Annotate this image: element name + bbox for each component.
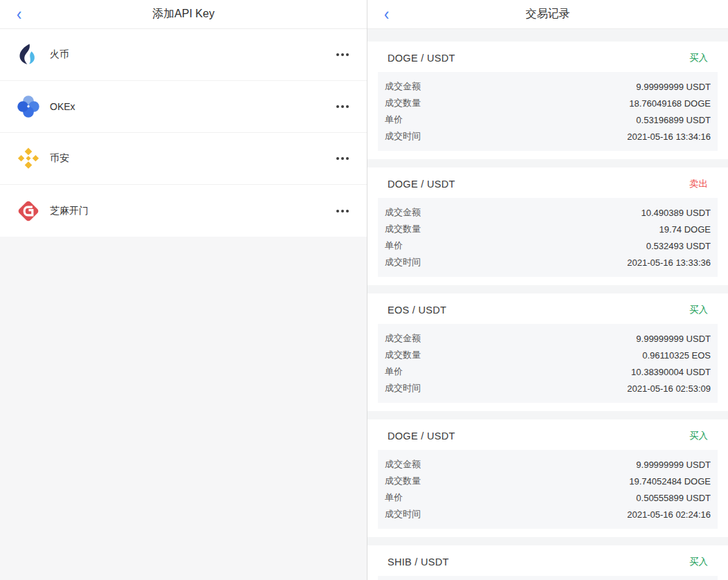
detail-value: 9.99999999 USDT (636, 460, 711, 470)
back-button[interactable]: ‹ (380, 0, 393, 28)
detail-row-price: 单价 0.53196899 USDT (385, 111, 711, 128)
detail-row-price: 单价 0.532493 USDT (385, 237, 711, 254)
detail-row-amount: 成交金额 10.490389 USDT (385, 204, 711, 221)
trade-card-header: DOGE / USDT 卖出 (378, 177, 718, 191)
trade-records-panel: ‹ 交易记录 DOGE / USDT 买入 成交金额 9.99999999 US… (367, 0, 728, 580)
more-menu-icon[interactable] (335, 48, 350, 62)
trade-side-badge: 买入 (689, 430, 708, 442)
detail-label: 成交金额 (385, 458, 421, 471)
detail-label: 单价 (385, 239, 403, 252)
detail-label: 成交数量 (385, 97, 421, 109)
detail-label: 成交时间 (385, 256, 421, 269)
detail-row-quantity: 成交数量 19.74 DOGE (385, 221, 711, 237)
right-panel-header: ‹ 交易记录 (367, 0, 728, 29)
detail-value: 19.74 DOGE (659, 224, 711, 235)
empty-area (0, 237, 367, 580)
detail-row-amount: 成交金额 9.99999999 USDT (385, 330, 711, 347)
trade-card: SHIB / USDT 买入 (367, 545, 728, 580)
trade-card-header: EOS / USDT 买入 (378, 303, 718, 317)
detail-label: 成交数量 (385, 475, 421, 487)
detail-value: 0.50555899 USDT (636, 493, 711, 503)
more-menu-icon[interactable] (335, 204, 350, 218)
gate-diamond-icon (17, 199, 40, 223)
detail-value: 18.76049168 DOGE (629, 98, 711, 109)
detail-row-quantity: 成交数量 19.74052484 DOGE (385, 473, 711, 489)
more-menu-icon[interactable] (335, 152, 350, 165)
detail-row-time: 成交时间 2021-05-16 13:33:36 (385, 254, 711, 271)
detail-row-price: 单价 0.50555899 USDT (385, 489, 711, 506)
exchange-name: OKEx (50, 101, 335, 112)
detail-row-time: 成交时间 2021-05-16 02:24:16 (385, 506, 711, 523)
detail-value: 10.38390004 USDT (631, 367, 711, 377)
detail-label: 成交时间 (385, 130, 421, 143)
trade-card: DOGE / USDT 买入 成交金额 9.99999999 USDT 成交数量… (367, 419, 728, 537)
trade-details: 成交金额 9.99999999 USDT 成交数量 19.74052484 DO… (378, 450, 718, 529)
detail-value: 9.99999999 USDT (636, 334, 711, 344)
exchange-name: 芝麻开门 (50, 205, 335, 217)
back-button[interactable]: ‹ (12, 0, 26, 28)
binance-diamond-icon (17, 147, 40, 170)
trade-details (378, 576, 718, 580)
detail-label: 成交金额 (385, 80, 421, 93)
add-api-key-panel: ‹ 添加API Key 火币 OKEx (0, 0, 367, 580)
detail-value: 2021-05-16 13:33:36 (627, 257, 711, 268)
exchange-row-binance[interactable]: 币安 (0, 133, 367, 185)
exchange-row-gate[interactable]: 芝麻开门 (0, 185, 367, 237)
trade-details: 成交金额 9.99999999 USDT 成交数量 18.76049168 DO… (378, 72, 718, 151)
detail-label: 单价 (385, 114, 403, 126)
trade-side-badge: 买入 (689, 52, 708, 64)
exchange-row-okex[interactable]: OKEx (0, 81, 367, 133)
huobi-flame-icon (17, 43, 40, 66)
exchange-name: 币安 (50, 152, 335, 165)
left-panel-header: ‹ 添加API Key (0, 0, 367, 29)
pair-name: DOGE / USDT (388, 53, 455, 64)
exchange-list: 火币 OKEx (0, 29, 367, 237)
pair-name: EOS / USDT (388, 305, 446, 316)
more-menu-icon[interactable] (335, 100, 350, 114)
detail-value: 19.74052484 DOGE (629, 476, 711, 487)
trade-card-header: DOGE / USDT 买入 (378, 51, 718, 65)
exchange-name: 火币 (50, 48, 335, 61)
detail-row-amount: 成交金额 9.99999999 USDT (385, 78, 711, 95)
back-chevron-icon: ‹ (384, 6, 389, 23)
okex-circles-icon (17, 95, 40, 118)
detail-row-quantity: 成交数量 18.76049168 DOGE (385, 95, 711, 111)
detail-label: 成交数量 (385, 349, 421, 361)
trade-card-header: DOGE / USDT 买入 (378, 429, 718, 443)
detail-label: 成交数量 (385, 223, 421, 235)
pair-name: SHIB / USDT (388, 556, 449, 568)
trade-card: DOGE / USDT 买入 成交金额 9.99999999 USDT 成交数量… (367, 42, 728, 159)
detail-value: 2021-05-16 02:24:16 (627, 509, 711, 520)
detail-label: 单价 (385, 365, 403, 378)
detail-value: 0.532493 USDT (646, 241, 711, 251)
detail-row-time: 成交时间 2021-05-16 13:34:16 (385, 128, 711, 145)
pair-name: DOGE / USDT (388, 431, 455, 442)
trade-card: DOGE / USDT 卖出 成交金额 10.490389 USDT 成交数量 … (367, 167, 728, 285)
detail-value: 2021-05-16 13:34:16 (627, 132, 711, 142)
detail-label: 成交时间 (385, 508, 421, 520)
detail-value: 2021-05-16 02:53:09 (627, 383, 711, 394)
exchange-row-huobi[interactable]: 火币 (0, 29, 367, 81)
detail-label: 成交金额 (385, 332, 421, 345)
detail-value: 0.96110325 EOS (642, 350, 711, 361)
page-title: 交易记录 (526, 7, 570, 21)
trade-details: 成交金额 10.490389 USDT 成交数量 19.74 DOGE 单价 0… (378, 198, 718, 277)
detail-row-time: 成交时间 2021-05-16 02:53:09 (385, 380, 711, 397)
page-title: 添加API Key (152, 7, 215, 21)
trade-side-badge: 卖出 (689, 178, 708, 190)
detail-label: 成交时间 (385, 382, 421, 395)
trade-card-header: SHIB / USDT 买入 (378, 555, 718, 569)
pair-name: DOGE / USDT (388, 179, 455, 190)
trade-card-list: DOGE / USDT 买入 成交金额 9.99999999 USDT 成交数量… (367, 29, 728, 580)
trade-side-badge: 买入 (689, 556, 708, 568)
trade-details: 成交金额 9.99999999 USDT 成交数量 0.96110325 EOS… (378, 324, 718, 403)
detail-value: 0.53196899 USDT (636, 115, 711, 125)
detail-label: 成交金额 (385, 206, 421, 219)
detail-row-amount: 成交金额 9.99999999 USDT (385, 456, 711, 473)
back-chevron-icon: ‹ (17, 6, 21, 23)
trade-side-badge: 买入 (689, 304, 708, 316)
detail-label: 单价 (385, 491, 403, 504)
detail-value: 10.490389 USDT (641, 208, 711, 218)
trade-card: EOS / USDT 买入 成交金额 9.99999999 USDT 成交数量 … (367, 293, 728, 411)
detail-row-price: 单价 10.38390004 USDT (385, 363, 711, 380)
